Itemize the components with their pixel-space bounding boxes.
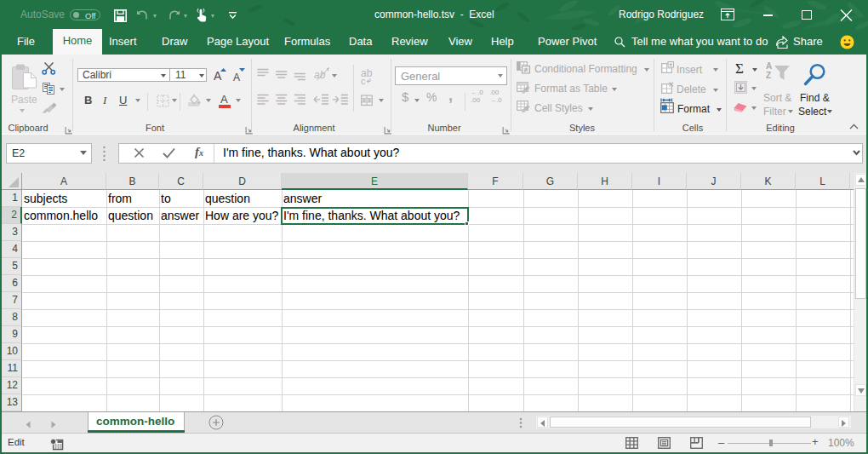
svg-text:ab: ab (314, 69, 326, 81)
svg-text:c: c (361, 76, 366, 86)
